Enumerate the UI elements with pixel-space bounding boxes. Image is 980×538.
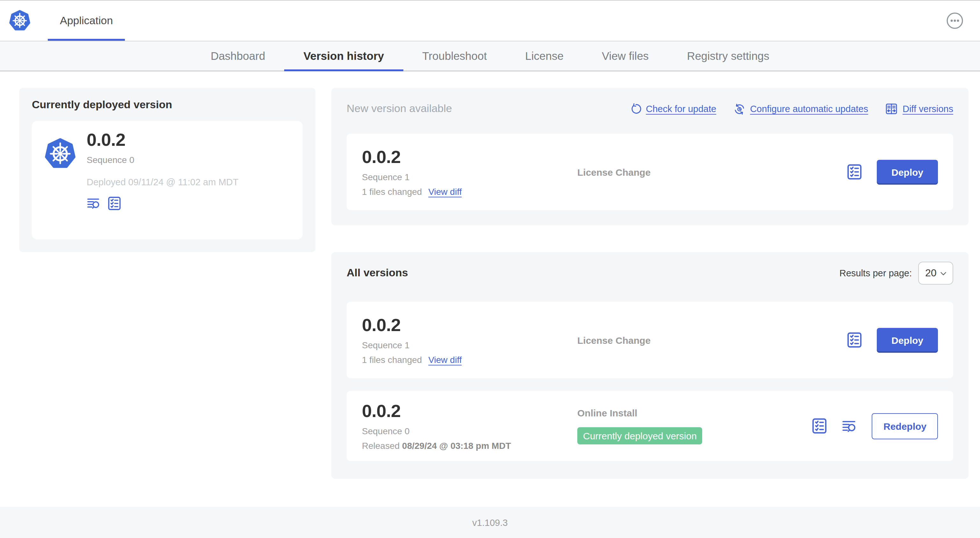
version-sequence: Sequence 0 <box>362 426 577 436</box>
tab-registry-settings[interactable]: Registry settings <box>668 41 789 71</box>
update-actions: Check for update <box>630 103 953 115</box>
ellipsis-icon <box>946 12 963 29</box>
new-version-title: New version available <box>347 103 452 115</box>
checklist-icon <box>846 163 863 180</box>
check-for-update-link[interactable]: Check for update <box>630 103 716 114</box>
view-deploy-logs-button[interactable] <box>87 196 101 211</box>
version-label: 0.0.2 <box>362 315 577 335</box>
version-source-column: Online Install Currently deployed versio… <box>577 408 811 444</box>
tab-version-history[interactable]: Version history <box>284 41 403 71</box>
kubernetes-app-icon <box>45 138 76 170</box>
configure-automatic-updates-label: Configure automatic updates <box>750 104 868 114</box>
log-search-icon <box>87 196 101 211</box>
view-diff-link[interactable]: View diff <box>428 187 461 197</box>
chevron-down-icon <box>939 269 948 277</box>
all-versions-header: All versions Results per page: 20 <box>347 262 953 285</box>
version-label: 0.0.2 <box>362 147 577 167</box>
results-per-page-value: 20 <box>925 267 937 279</box>
preflight-checks-button[interactable] <box>846 163 863 180</box>
version-info: 0.0.2 Sequence 1 1 files changed View di… <box>362 147 577 197</box>
deploy-button[interactable]: Deploy <box>877 328 938 352</box>
tab-troubleshoot[interactable]: Troubleshoot <box>403 41 506 71</box>
diff-columns-icon <box>885 103 898 115</box>
all-versions-panel: All versions Results per page: 20 <box>331 252 969 479</box>
kots-admin-console: Application Dashboard Version history Tr… <box>0 0 980 538</box>
version-info: 0.0.2 Sequence 1 1 files changed View di… <box>362 315 577 365</box>
version-source-label: License Change <box>577 167 846 177</box>
configure-automatic-updates-link[interactable]: Configure automatic updates <box>733 103 868 115</box>
diff-versions-label: Diff versions <box>902 104 953 114</box>
tab-view-files[interactable]: View files <box>583 41 668 71</box>
version-actions: Deploy <box>846 328 938 352</box>
checklist-icon <box>107 196 122 211</box>
view-diff-link[interactable]: View diff <box>428 355 461 365</box>
version-source-column: License Change <box>577 167 846 177</box>
console-version: v1.109.3 <box>472 517 508 527</box>
kubernetes-logo-icon <box>9 10 30 32</box>
version-row-sequence-1: 0.0.2 Sequence 1 1 files changed View di… <box>347 302 953 378</box>
deployed-panel-title: Currently deployed version <box>32 99 303 111</box>
tab-dashboard[interactable]: Dashboard <box>191 41 284 71</box>
version-sequence: Sequence 1 <box>362 172 577 182</box>
all-versions-title: All versions <box>347 267 408 279</box>
view-deploy-logs-button[interactable] <box>842 418 858 434</box>
deployed-card-actions <box>87 196 239 211</box>
files-changed-label: 1 files changed <box>362 355 422 365</box>
version-source-label: License Change <box>577 335 846 345</box>
deploy-button[interactable]: Deploy <box>877 159 938 184</box>
version-source-label: Online Install <box>577 408 811 418</box>
deployed-sequence: Sequence 0 <box>87 155 239 165</box>
deployed-version-label: 0.0.2 <box>87 130 239 150</box>
checklist-icon <box>846 332 863 348</box>
new-version-panel-header: New version available Check for update <box>347 97 953 120</box>
preflight-checks-button[interactable] <box>107 196 122 211</box>
log-search-icon <box>842 418 858 434</box>
scheduled-sync-clock-icon <box>733 103 746 115</box>
new-version-panel: New version available Check for update <box>331 88 969 225</box>
results-per-page-select[interactable]: 20 <box>918 262 953 285</box>
checklist-icon <box>811 418 828 434</box>
refresh-icon <box>630 103 641 114</box>
version-info: 0.0.2 Sequence 0 Released 08/29/24 @ 03:… <box>362 401 577 451</box>
version-history-page: Currently deployed version <box>0 71 980 507</box>
version-label: 0.0.2 <box>362 401 577 422</box>
currently-deployed-badge: Currently deployed version <box>577 427 703 444</box>
files-changed-label: 1 files changed <box>362 187 422 197</box>
page-footer: v1.109.3 <box>0 507 980 538</box>
version-actions: Deploy <box>846 159 938 184</box>
results-per-page-label: Results per page: <box>840 268 912 278</box>
results-per-page: Results per page: 20 <box>840 262 953 285</box>
active-tab-underline <box>48 39 125 41</box>
new-version-card: 0.0.2 Sequence 1 1 files changed View di… <box>347 134 953 210</box>
version-source-column: License Change <box>577 335 846 345</box>
version-history-column: New version available Check for update <box>331 88 969 479</box>
deployed-timestamp: Deployed 09/11/24 @ 11:02 am MDT <box>87 177 239 187</box>
app-nav-tabs: Dashboard Version history Troubleshoot L… <box>0 41 980 71</box>
currently-deployed-panel: Currently deployed version <box>19 88 315 252</box>
deployed-version-card: 0.0.2 Sequence 0 Deployed 09/11/24 @ 11:… <box>32 121 303 240</box>
deployed-version-info: 0.0.2 Sequence 0 Deployed 09/11/24 @ 11:… <box>87 130 239 211</box>
more-options-button[interactable] <box>946 12 963 29</box>
tab-license[interactable]: License <box>506 41 583 71</box>
top-bar: Application <box>0 1 980 41</box>
version-actions: Redeploy <box>811 413 938 439</box>
app-tab-application[interactable]: Application <box>48 1 125 41</box>
preflight-checks-button[interactable] <box>846 332 863 348</box>
check-for-update-label: Check for update <box>646 104 716 114</box>
preflight-checks-button[interactable] <box>811 418 828 434</box>
diff-versions-link[interactable]: Diff versions <box>885 103 953 115</box>
redeploy-button[interactable]: Redeploy <box>872 413 938 439</box>
version-row-sequence-0: 0.0.2 Sequence 0 Released 08/29/24 @ 03:… <box>347 391 953 461</box>
app-tab-label: Application <box>60 14 113 27</box>
version-sequence: Sequence 1 <box>362 340 577 350</box>
released-timestamp: Released 08/29/24 @ 03:18 pm MDT <box>362 441 577 451</box>
